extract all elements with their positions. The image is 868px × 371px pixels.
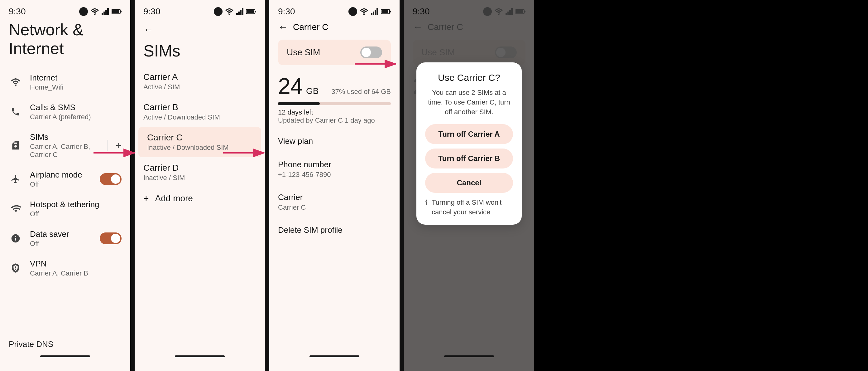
airplane-menu-icon — [9, 172, 23, 186]
airplane-toggle[interactable] — [100, 173, 122, 185]
sim-item-carrier-d[interactable]: Carrier D Inactive / SIM — [135, 157, 265, 188]
svg-rect-4 — [107, 8, 109, 15]
wifi-icon-3 — [360, 8, 368, 15]
use-carrier-c-dialog: Use Carrier C? You can use 2 SIMs at a t… — [416, 62, 522, 225]
data-days: 12 days left — [278, 108, 391, 116]
airplane-menu-text: Airplane mode Off — [30, 170, 100, 189]
back-arrow-3[interactable]: ← — [278, 21, 288, 33]
detail-carrier[interactable]: Carrier Carrier C — [269, 186, 400, 219]
data-section: 24 GB 37% used of 64 GB 12 days left Upd… — [278, 73, 391, 124]
signal-icon-2 — [236, 8, 244, 15]
carrier-c-page-title: Carrier C — [293, 22, 329, 32]
data-unit: GB — [306, 86, 318, 96]
sims-add-button[interactable]: + — [116, 140, 122, 151]
cancel-dialog-button[interactable]: Cancel — [425, 173, 513, 193]
status-time-1: 9:30 — [9, 6, 26, 17]
camera-dot-2 — [214, 7, 222, 16]
carrier-b-status: Active / Downloaded SIM — [143, 113, 256, 121]
svg-point-8 — [14, 85, 16, 86]
vpn-menu-icon — [9, 261, 23, 275]
sim-item-carrier-b[interactable]: Carrier B Active / Downloaded SIM — [135, 97, 265, 127]
view-plan-label: View plan — [278, 136, 391, 146]
svg-rect-3 — [105, 10, 107, 15]
internet-subtitle: Home_Wifi — [30, 83, 122, 91]
svg-rect-23 — [390, 10, 391, 12]
carrier-d-status: Inactive / SIM — [143, 174, 256, 182]
dialog-footer: ℹ Turning off a SIM won't cancel your se… — [425, 198, 513, 217]
phone-number-label: Phone number — [278, 160, 391, 169]
battery-icon-1 — [112, 9, 122, 15]
vpn-title: VPN — [30, 259, 122, 269]
turn-off-carrier-b-button[interactable]: Turn off Carrier B — [425, 148, 513, 169]
private-dns-label[interactable]: Private DNS — [9, 340, 53, 349]
carrier-c-status: Inactive / Downloaded SIM — [147, 144, 252, 152]
carrier-label: Carrier — [278, 193, 391, 202]
svg-rect-20 — [375, 10, 376, 15]
add-more-label: Add more — [155, 194, 193, 203]
detail-view-plan[interactable]: View plan — [269, 130, 400, 153]
svg-point-17 — [363, 14, 365, 15]
status-time-3: 9:30 — [278, 6, 295, 17]
camera-dot-1 — [79, 7, 88, 16]
airplane-subtitle: Off — [30, 180, 100, 189]
status-bar-2: 9:30 — [135, 0, 265, 18]
add-more-button[interactable]: + Add more — [135, 188, 265, 209]
back-arrow-2: ← — [143, 24, 153, 35]
phone-menu-icon — [9, 105, 23, 119]
hotspot-title: Hotspot & tethering — [30, 200, 122, 209]
sim-item-carrier-a[interactable]: Carrier A Active / SIM — [135, 66, 265, 97]
datasaver-toggle[interactable] — [100, 232, 122, 244]
panel-network-internet: 9:30 Network & Internet Internet Home_Wi… — [0, 0, 130, 371]
battery-icon-3 — [381, 9, 391, 15]
menu-item-vpn[interactable]: VPN Carrier A, Carrier B — [0, 253, 130, 283]
calls-menu-text: Calls & SMS Carrier A (preferred) — [30, 103, 122, 121]
datasaver-subtitle: Off — [30, 240, 100, 248]
network-page-title: Network & Internet — [0, 18, 130, 58]
carrier-value: Carrier C — [278, 203, 391, 211]
menu-item-hotspot[interactable]: Hotspot & tethering Off — [0, 194, 130, 224]
internet-title: Internet — [30, 73, 122, 83]
vpn-menu-text: VPN Carrier A, Carrier B — [30, 259, 122, 277]
back-button-2[interactable]: ← — [135, 18, 265, 38]
svg-point-0 — [94, 14, 96, 15]
use-sim-toggle[interactable] — [360, 47, 382, 58]
vpn-subtitle: Carrier A, Carrier B — [30, 269, 122, 277]
signal-icon-3 — [371, 8, 378, 15]
svg-rect-10 — [236, 13, 238, 15]
svg-rect-13 — [242, 8, 243, 15]
nav-bar-1 — [40, 355, 90, 357]
airplane-title: Airplane mode — [30, 170, 100, 180]
carrier-d-name: Carrier D — [143, 163, 256, 173]
svg-rect-11 — [238, 11, 240, 15]
menu-item-internet[interactable]: Internet Home_Wifi — [0, 67, 130, 97]
sims-menu-text: SIMs Carrier A, Carrier B, Carrier C — [30, 132, 107, 159]
divider-2-3 — [265, 0, 269, 371]
menu-item-datasaver[interactable]: Data saver Off — [0, 224, 130, 253]
svg-rect-21 — [376, 8, 378, 15]
carrier-b-name: Carrier B — [143, 102, 256, 112]
sim-item-carrier-c[interactable]: Carrier C Inactive / Downloaded SIM — [138, 127, 261, 157]
data-number: 24 — [278, 73, 303, 99]
data-amount: 24 GB — [278, 73, 319, 99]
add-more-icon: + — [143, 193, 149, 204]
carrier-c-header: ← Carrier C — [269, 18, 400, 36]
detail-delete-sim[interactable]: Delete SIM profile — [269, 219, 400, 242]
turn-off-carrier-a-button[interactable]: Turn off Carrier A — [425, 124, 513, 144]
sims-title: SIMs — [30, 132, 107, 142]
delete-sim-label: Delete SIM profile — [278, 225, 391, 235]
data-updated: Updated by Carrier C 1 day ago — [278, 116, 391, 124]
calls-subtitle: Carrier A (preferred) — [30, 113, 122, 121]
menu-item-airplane[interactable]: Airplane mode Off — [0, 165, 130, 194]
svg-rect-2 — [103, 11, 105, 15]
progress-bar-fill — [278, 102, 320, 105]
panel-carrier-c-dialog: 9:30 ← Carrier C Use SIM 24 GB — [404, 0, 534, 371]
detail-phone-number[interactable]: Phone number +1-123-456-7890 — [269, 153, 400, 186]
status-icons-2 — [214, 7, 256, 16]
svg-rect-18 — [371, 13, 372, 15]
internet-menu-text: Internet Home_Wifi — [30, 73, 122, 91]
menu-item-sims[interactable]: SIMs Carrier A, Carrier B, Carrier C + — [0, 127, 130, 165]
wifi-icon-1 — [90, 8, 99, 15]
dialog-title: Use Carrier C? — [425, 73, 513, 83]
use-sim-toggle-knob — [362, 48, 371, 57]
menu-item-calls[interactable]: Calls & SMS Carrier A (preferred) — [0, 97, 130, 127]
